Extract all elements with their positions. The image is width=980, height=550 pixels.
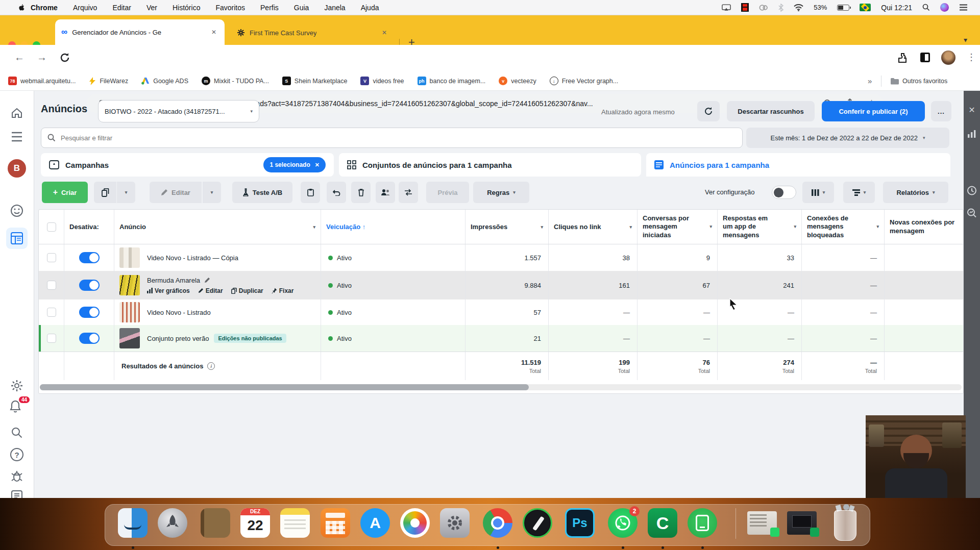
dock-launchpad-icon[interactable]	[158, 508, 187, 538]
account-dropdown[interactable]: BIOTWO - 2022 - Atacado (341872571... ▾	[98, 100, 259, 122]
history-clock-icon[interactable]	[967, 186, 977, 195]
menu-arquivo[interactable]: Arquivo	[73, 4, 97, 12]
col-respostas[interactable]: Respostas em um app de mensagens▾	[718, 210, 802, 244]
view-setup-toggle[interactable]	[772, 186, 796, 199]
tab-search-chevron-icon[interactable]: ▾	[964, 36, 967, 44]
tab-ads-manager[interactable]: ∞ Gerenciador de Anúncios - Ge ✕	[55, 19, 225, 45]
forward-button[interactable]: →	[37, 52, 47, 63]
row-toggle-on[interactable]	[79, 307, 100, 318]
smiley-icon[interactable]	[10, 204, 23, 217]
bookmark-vecteezy[interactable]: vvecteezy	[499, 77, 536, 85]
ad-name[interactable]: Conjunto preto verão	[147, 335, 209, 342]
side-panel-icon[interactable]	[920, 53, 930, 62]
profile-avatar[interactable]	[941, 51, 955, 65]
bookmark-banco-imagem[interactable]: phbanco de imagem...	[418, 77, 486, 85]
menubar-app-name[interactable]: Chrome	[31, 4, 58, 12]
columns-button[interactable]: ▾	[802, 182, 834, 203]
dock-appstore-icon[interactable]: A	[360, 508, 390, 538]
duplicate-action[interactable]: Duplicar	[231, 287, 263, 294]
dock-whatsapp-icon[interactable]: 2	[608, 508, 638, 538]
rename-pencil-icon[interactable]	[204, 277, 210, 283]
audience-button[interactable]	[376, 182, 395, 203]
breakdown-button[interactable]: ▾	[843, 182, 875, 203]
recording-film-icon[interactable]	[741, 3, 749, 12]
edit-action[interactable]: Editar	[198, 287, 223, 294]
ab-test-button[interactable]: Teste A/B	[232, 182, 292, 203]
control-center-list-icon[interactable]	[959, 4, 968, 11]
row-checkbox[interactable]	[47, 281, 56, 290]
bookmark-shein[interactable]: SShein Marketplace	[282, 77, 348, 85]
selected-count-pill[interactable]: 1 selecionado✕	[263, 157, 326, 172]
reload-button[interactable]	[59, 52, 70, 63]
dock-photoshop-icon[interactable]: Ps	[565, 508, 595, 538]
inspect-chart-icon[interactable]	[967, 208, 977, 218]
table-row-edited[interactable]: Conjunto preto verãoEdições não publicad…	[39, 325, 963, 352]
tab-campanhas[interactable]: Campanhas 1 selecionado✕	[41, 153, 334, 177]
refresh-button[interactable]	[697, 101, 720, 121]
menu-perfis[interactable]: Perfis	[260, 4, 279, 12]
help-icon[interactable]: ?	[10, 448, 23, 461]
dock-trash-icon[interactable]	[832, 507, 859, 542]
col-conversas[interactable]: Conversas por mensagem iniciadas▾	[638, 210, 718, 244]
create-button[interactable]: +Criar	[42, 182, 88, 203]
bookmark-videos-free[interactable]: Vvideos free	[360, 77, 404, 85]
duplicate-caret-button[interactable]: ▾	[117, 182, 135, 203]
h-scrollbar-track[interactable]	[40, 384, 962, 390]
bookmark-filewarez[interactable]: FileWarez	[89, 77, 128, 85]
col-conexoes[interactable]: Conexões de mensagens bloqueadas▾	[802, 210, 885, 244]
ad-name[interactable]: Video Novo - Listrado — Cópia	[147, 254, 238, 262]
menu-janela[interactable]: Janela	[324, 4, 345, 12]
apple-logo-icon[interactable]	[17, 4, 26, 12]
preview-button[interactable]: Prévia	[426, 182, 469, 203]
search-filter-bar[interactable]	[41, 128, 743, 148]
ad-name[interactable]: Bermuda Amarela	[147, 277, 200, 284]
minimized-window-thumbnail[interactable]	[787, 511, 817, 535]
col-anuncio[interactable]: Anúncio▾	[114, 210, 321, 244]
col-novas-conexoes[interactable]: Novas conexões por mensagem	[885, 210, 963, 244]
notifications-bell[interactable]: 44	[9, 400, 24, 417]
business-avatar[interactable]: B	[8, 159, 26, 178]
more-options-button[interactable]: ...	[931, 101, 951, 121]
duplicate-button[interactable]	[94, 182, 116, 203]
dock-screen-mirroring-icon[interactable]	[688, 508, 717, 538]
view-charts-action[interactable]: Ver gráficos	[147, 287, 190, 294]
airplay-icon[interactable]	[722, 4, 731, 11]
edit-button[interactable]: Editar	[150, 182, 202, 203]
table-row[interactable]: Video Novo - Listrado — Cópia Ativo 1.55…	[39, 244, 963, 271]
search-icon[interactable]	[11, 427, 23, 439]
tab-close-icon[interactable]: ✕	[380, 29, 389, 36]
tab-close-icon[interactable]: ✕	[209, 29, 218, 36]
row-checkbox[interactable]	[47, 308, 56, 317]
bookmark-free-vector[interactable]: ↓Free Vector graph...	[550, 77, 618, 85]
row-checkbox[interactable]	[47, 334, 56, 343]
date-range-selector[interactable]: Este mês: 1 de Dez de 2022 a 22 de Dez d…	[746, 128, 949, 148]
dock-finder-icon[interactable]	[118, 508, 148, 538]
select-all-checkbox[interactable]	[47, 222, 56, 232]
col-veiculacao-sorted[interactable]: Veiculação ↑	[321, 210, 465, 244]
table-row[interactable]: Video Novo - Listrado Ativo 57 — — — —	[39, 299, 963, 325]
bug-report-icon[interactable]	[10, 469, 23, 483]
clipboard-button[interactable]	[301, 182, 320, 203]
row-toggle-on[interactable]	[79, 252, 100, 263]
pin-action[interactable]: Fixar	[272, 287, 294, 294]
delete-button[interactable]	[351, 182, 371, 203]
dock-chrome-icon[interactable]	[483, 508, 512, 538]
edit-caret-button[interactable]: ▾	[203, 182, 221, 203]
menubar-clock[interactable]: Qui 12:21	[881, 4, 912, 12]
extensions-puzzle-icon[interactable]	[897, 53, 908, 63]
siri-icon[interactable]	[940, 3, 949, 12]
menu-guia[interactable]: Guia	[294, 4, 309, 12]
bookmark-webmail[interactable]: 78webmail.arquitetu...	[8, 77, 76, 85]
col-impressoes[interactable]: Impressões▾	[465, 210, 549, 244]
bluetooth-icon[interactable]	[778, 4, 783, 12]
export-import-button[interactable]	[399, 182, 418, 203]
discard-drafts-button[interactable]: Descartar rascunhos	[727, 101, 815, 121]
menu-historico[interactable]: Histórico	[173, 4, 200, 12]
bookmarks-overflow-chevron[interactable]: »	[868, 77, 872, 85]
menu-favoritos[interactable]: Favoritos	[215, 4, 245, 12]
search-input[interactable]	[61, 134, 673, 142]
rules-button[interactable]: Regras▾	[473, 182, 529, 203]
row-toggle-on[interactable]	[79, 280, 100, 291]
other-bookmarks-folder[interactable]: Outros favoritos	[890, 78, 947, 85]
close-panel-icon[interactable]: ✕	[968, 105, 975, 115]
